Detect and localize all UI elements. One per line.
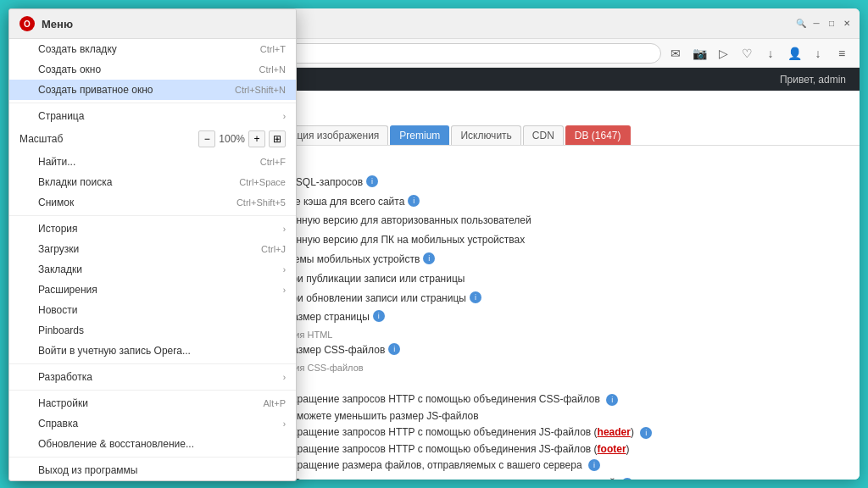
menu-downloads[interactable]: Загрузки Ctrl+J — [9, 239, 296, 259]
header-link[interactable]: header — [598, 426, 631, 438]
play-icon[interactable]: ▷ — [712, 42, 734, 64]
snapshot-label: Снимок — [38, 197, 74, 208]
news-icon — [19, 304, 31, 316]
search-tabs-icon — [19, 176, 31, 188]
create-window-label: Создать окно — [38, 64, 101, 75]
menu-find[interactable]: Найти... Ctrl+F — [9, 152, 296, 172]
extensions-icon — [19, 284, 31, 296]
create-private-shortcut: Ctrl+Shift+N — [235, 85, 286, 95]
menu-icon[interactable]: ≡ — [831, 42, 853, 64]
zoom-in-button[interactable]: + — [248, 130, 265, 147]
close-button[interactable]: ✕ — [841, 18, 853, 30]
snapshot-shortcut: Ctrl+Shift+5 — [236, 197, 286, 208]
search-tabs-shortcut: Ctrl+Space — [239, 177, 286, 187]
menu-help[interactable]: Справка › — [9, 413, 296, 434]
downloads-shortcut: Ctrl+J — [261, 244, 286, 254]
bookmarks-label: Закладки — [38, 263, 82, 275]
menu-page[interactable]: Страница › — [9, 106, 296, 126]
create-private-icon — [19, 84, 31, 96]
mincss-info-icon[interactable]: i — [388, 343, 400, 355]
footer-link[interactable]: footer — [598, 443, 626, 455]
combine-css-content: Сокращение запросов HTTP с помощью объед… — [280, 393, 843, 406]
menu-search-tabs[interactable]: Вкладки поиска Ctrl+Space — [9, 172, 296, 192]
tab-exclude[interactable]: Исключить — [451, 125, 520, 145]
toolbar-actions: ✉ 📷 ▷ ♡ ↓ 👤 ↓ ≡ — [665, 42, 853, 64]
page-label: Страница — [38, 110, 84, 122]
menu-update[interactable]: Обновление & восстановление... — [9, 434, 296, 454]
menu-extensions[interactable]: Расширения › — [9, 280, 296, 300]
help-label: Справка — [38, 418, 78, 430]
menu-create-private[interactable]: Создать приватное окно Ctrl+Shift+N — [9, 80, 296, 100]
search-tabs-label: Вкладки поиска — [38, 176, 112, 188]
camera-icon[interactable]: 📷 — [688, 42, 710, 64]
menu-quit[interactable]: Выход из программы — [9, 460, 296, 480]
menu-settings[interactable]: Настройки Alt+P — [9, 393, 296, 413]
combine-js-plus-content: Сокращение запросов HTTP с помощью объед… — [280, 443, 843, 455]
menu-dev[interactable]: Разработка › — [9, 367, 296, 387]
separator-2 — [9, 215, 296, 216]
separator-1 — [9, 103, 296, 103]
menu-create-tab[interactable]: Создать вкладку Ctrl+T — [9, 39, 296, 59]
opera-logo: O — [19, 16, 35, 31]
create-tab-icon — [19, 43, 31, 55]
minimize-button[interactable]: ─ — [810, 18, 822, 30]
menu-history[interactable]: История › — [9, 219, 296, 239]
zoom-controls: − 100% + ⊞ — [198, 130, 286, 147]
create-private-label: Создать приватное окно — [38, 84, 153, 96]
quit-icon — [19, 464, 31, 476]
combine-js-info[interactable]: i — [640, 427, 652, 439]
browser-cache-info[interactable]: i — [621, 478, 633, 480]
autocache-info-icon[interactable]: i — [408, 195, 420, 207]
find-icon — [19, 156, 31, 168]
page-icon — [19, 110, 31, 122]
opera-menu-title: Меню — [42, 18, 73, 30]
zoom-fit-button[interactable]: ⊞ — [269, 130, 286, 147]
signin-icon — [19, 345, 31, 357]
create-window-shortcut: Ctrl+N — [259, 64, 286, 75]
update-icon — [19, 438, 31, 450]
menu-news[interactable]: Новости — [9, 300, 296, 320]
signin-label: Войти в учетную запись Opera... — [38, 345, 191, 357]
extensions-arrow: › — [283, 286, 286, 295]
mobiletheme-info-icon[interactable]: i — [423, 252, 435, 264]
pinboards-label: Pinboards — [38, 324, 84, 336]
menu-pinboards[interactable]: Pinboards — [9, 320, 296, 341]
bookmarks-arrow: › — [283, 265, 286, 274]
maximize-button[interactable]: □ — [826, 18, 837, 30]
downloads-icon[interactable]: ↓ — [807, 42, 829, 64]
clearupd-info-icon[interactable]: i — [470, 291, 481, 303]
help-arrow: › — [283, 419, 286, 429]
bookmarks-icon — [19, 263, 31, 275]
tab-cdn[interactable]: CDN — [523, 125, 564, 145]
menu-zoom-row: Масштаб − 100% + ⊞ — [9, 126, 296, 152]
extensions-label: Расширения — [38, 284, 97, 296]
find-label: Найти... — [38, 156, 75, 168]
tab-db[interactable]: DB (1647) — [565, 125, 631, 145]
settings-menu-icon — [19, 397, 31, 409]
history-arrow: › — [283, 225, 286, 234]
combine-js-content: Сокращение запросов HTTP с помощью объед… — [280, 426, 843, 439]
tab-premium[interactable]: Premium — [390, 125, 449, 145]
zoom-value: 100% — [219, 133, 245, 145]
menu-signin[interactable]: Войти в учетную запись Opera... — [9, 341, 296, 361]
heart-icon[interactable]: ♡ — [736, 42, 758, 64]
gzip-info[interactable]: i — [588, 459, 600, 471]
sql-info-icon[interactable]: i — [366, 175, 378, 187]
minpage-info-icon[interactable]: i — [373, 310, 385, 322]
separator-4 — [9, 390, 296, 391]
menu-create-window[interactable]: Создать окно Ctrl+N — [9, 59, 296, 80]
menu-snapshot[interactable]: Снимок Ctrl+Shift+5 — [9, 192, 296, 213]
dev-label: Разработка — [38, 371, 92, 383]
page-arrow: › — [283, 112, 286, 121]
mail-icon[interactable]: ✉ — [665, 42, 687, 64]
create-tab-shortcut: Ctrl+T — [260, 44, 286, 54]
opera-menu: O Меню Создать вкладку Ctrl+T Создать ок… — [8, 8, 297, 481]
zoom-out-button[interactable]: − — [198, 130, 215, 147]
downloads-menu-icon — [19, 243, 31, 255]
download-icon[interactable]: ↓ — [760, 42, 782, 64]
menu-bookmarks[interactable]: Закладки › — [9, 259, 296, 280]
combine-css-info[interactable]: i — [606, 394, 618, 406]
admin-greeting: Привет, admin — [780, 74, 846, 86]
user-icon[interactable]: 👤 — [783, 42, 805, 64]
search-button[interactable]: 🔍 — [795, 18, 807, 30]
